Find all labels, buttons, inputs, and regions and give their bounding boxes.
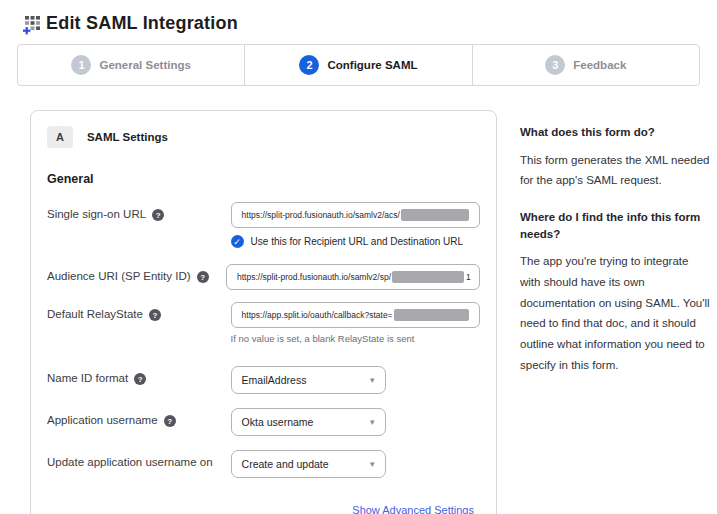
- checkbox-checked-icon[interactable]: ✓: [231, 235, 244, 248]
- select-value: Okta username: [242, 416, 314, 428]
- step-label: General Settings: [99, 59, 190, 71]
- field-row-default-relaystate: Default RelayState ? https://app.split.i…: [47, 302, 480, 344]
- field-row-sso-url: Single sign-on URL ? https://split-prod.…: [47, 202, 480, 248]
- subsection-title: General: [47, 172, 480, 186]
- help-icon[interactable]: ?: [149, 309, 161, 321]
- field-hint: If no value is set, a blank RelayState i…: [231, 333, 480, 344]
- step-configure-saml[interactable]: 2 Configure SAML: [244, 45, 471, 85]
- select-value: Create and update: [242, 458, 329, 470]
- input-value: https://app.split.io/oauth/callback?stat…: [242, 310, 393, 320]
- section-badge: A: [47, 126, 73, 148]
- redacted-value: [394, 309, 469, 321]
- saml-settings-card: A SAML Settings General Single sign-on U…: [30, 110, 497, 514]
- field-label: Single sign-on URL ?: [47, 202, 231, 248]
- help-icon[interactable]: ?: [134, 373, 146, 385]
- page-title: Edit SAML Integration: [46, 13, 238, 34]
- default-relaystate-input[interactable]: https://app.split.io/oauth/callback?stat…: [231, 302, 480, 328]
- field-label-text: Single sign-on URL: [47, 208, 146, 220]
- field-label: Audience URI (SP Entity ID) ?: [47, 264, 226, 290]
- caret-down-icon: ▾: [370, 375, 375, 385]
- field-label-text: Name ID format: [47, 372, 128, 384]
- field-label: Update application username on: [47, 450, 231, 478]
- field-label-text: Update application username on: [47, 456, 213, 468]
- field-label: Default RelayState ?: [47, 302, 231, 344]
- page-header: Edit SAML Integration: [0, 0, 717, 34]
- input-value: https://split-prod.fusionauth.io/samlv2/…: [237, 272, 391, 282]
- sso-url-input[interactable]: https://split-prod.fusionauth.io/samlv2/…: [231, 202, 480, 228]
- field-label: Name ID format ?: [47, 366, 231, 394]
- wizard-steps: 1 General Settings 2 Configure SAML 3 Fe…: [17, 44, 700, 86]
- caret-down-icon: ▾: [370, 459, 375, 469]
- update-username-on-select[interactable]: Create and update ▾: [231, 450, 386, 478]
- main-content: A SAML Settings General Single sign-on U…: [30, 110, 717, 514]
- help-body: This form generates the XML needed for t…: [520, 150, 710, 191]
- step-general-settings[interactable]: 1 General Settings: [18, 45, 244, 85]
- field-row-application-username: Application username ? Okta username ▾: [47, 408, 480, 436]
- field-row-name-id-format: Name ID format ? EmailAddress ▾: [47, 366, 480, 394]
- help-body: The app you're trying to integrate with …: [520, 251, 710, 375]
- step-label: Feedback: [573, 59, 626, 71]
- redacted-value: [392, 271, 464, 283]
- name-id-format-select[interactable]: EmailAddress ▾: [231, 366, 386, 394]
- show-advanced-settings-link[interactable]: Show Advanced Settings: [352, 504, 474, 514]
- field-label-text: Default RelayState: [47, 308, 143, 320]
- section-title: SAML Settings: [87, 131, 168, 143]
- field-row-update-username-on: Update application username on Create an…: [47, 450, 480, 478]
- help-icon[interactable]: ?: [152, 209, 164, 221]
- section-header: A SAML Settings: [47, 126, 480, 148]
- step-label: Configure SAML: [327, 59, 417, 71]
- checkbox-label: Use this for Recipient URL and Destinati…: [251, 236, 464, 247]
- input-value: https://split-prod.fusionauth.io/samlv2/…: [242, 210, 400, 220]
- caret-down-icon: ▾: [370, 417, 375, 427]
- advanced-settings-row: Show Advanced Settings: [47, 500, 480, 514]
- field-label-text: Application username: [47, 414, 158, 426]
- step-feedback[interactable]: 3 Feedback: [472, 45, 699, 85]
- audience-uri-input[interactable]: https://split-prod.fusionauth.io/samlv2/…: [226, 264, 480, 290]
- redacted-value: [401, 209, 469, 221]
- step-number: 1: [71, 55, 91, 75]
- step-number: 2: [299, 55, 319, 75]
- select-value: EmailAddress: [242, 374, 307, 386]
- step-number: 3: [545, 55, 565, 75]
- help-heading: What does this form do?: [520, 124, 710, 141]
- apps-grid-add-icon: [22, 15, 42, 35]
- input-value-suffix: 1: [466, 272, 471, 282]
- help-heading: Where do I find the info this form needs…: [520, 209, 710, 242]
- field-label-text: Audience URI (SP Entity ID): [47, 270, 191, 282]
- field-label: Application username ?: [47, 408, 231, 436]
- help-icon[interactable]: ?: [164, 415, 176, 427]
- recipient-url-checkbox[interactable]: ✓ Use this for Recipient URL and Destina…: [231, 235, 480, 248]
- field-row-audience-uri: Audience URI (SP Entity ID) ? https://sp…: [47, 264, 480, 290]
- help-icon[interactable]: ?: [197, 271, 209, 283]
- application-username-select[interactable]: Okta username ▾: [231, 408, 386, 436]
- help-sidebar: What does this form do? This form genera…: [520, 110, 710, 394]
